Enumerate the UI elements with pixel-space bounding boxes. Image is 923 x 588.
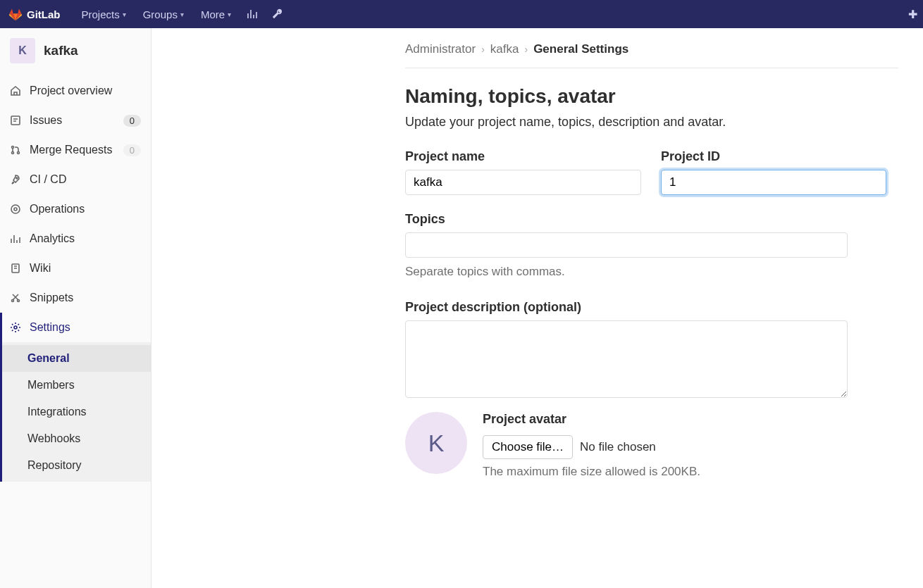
chart-icon xyxy=(247,8,258,20)
settings-submenu: General Members Integrations Webhooks Re… xyxy=(0,342,151,482)
avatar-hint: The maximum file size allowed is 200KB. xyxy=(483,465,700,479)
project-name-input[interactable] xyxy=(405,170,641,195)
chevron-down-icon: ▾ xyxy=(228,11,231,18)
subitem-repository[interactable]: Repository xyxy=(2,452,151,479)
svg-point-4 xyxy=(16,177,18,179)
rocket-icon xyxy=(10,174,21,185)
sidebar-item-cicd[interactable]: CI / CD xyxy=(0,165,151,194)
breadcrumb-current: General Settings xyxy=(533,42,628,56)
project-avatar-small: K xyxy=(10,38,35,63)
breadcrumb-owner[interactable]: Administrator xyxy=(405,42,476,56)
breadcrumb: Administrator › kafka › General Settings xyxy=(405,42,898,68)
subitem-integrations[interactable]: Integrations xyxy=(2,399,151,425)
project-header[interactable]: K kafka xyxy=(0,28,151,76)
sidebar-item-issues[interactable]: Issues 0 xyxy=(0,106,151,135)
subitem-general[interactable]: General xyxy=(2,345,151,372)
topics-hint: Separate topics with commas. xyxy=(405,265,898,279)
sidebar-item-wiki[interactable]: Wiki xyxy=(0,254,151,283)
choose-file-button[interactable]: Choose file… xyxy=(483,435,573,459)
gear-icon xyxy=(10,322,21,333)
breadcrumb-project[interactable]: kafka xyxy=(490,42,519,56)
nav-more[interactable]: More ▾ xyxy=(192,0,240,28)
subitem-members[interactable]: Members xyxy=(2,372,151,399)
svg-point-10 xyxy=(14,326,17,329)
wiki-icon xyxy=(10,263,21,274)
avatar-label: Project avatar xyxy=(483,412,700,427)
brand-text: GitLab xyxy=(27,8,61,20)
sidebar-item-analytics[interactable]: Analytics xyxy=(0,224,151,254)
section-description: Update your project name, topics, descri… xyxy=(405,115,898,130)
project-name-label: Project name xyxy=(405,149,641,164)
svg-rect-0 xyxy=(11,116,20,125)
nav-projects[interactable]: Projects ▾ xyxy=(73,0,135,28)
svg-point-2 xyxy=(12,152,14,154)
main-content: Administrator › kafka › General Settings… xyxy=(151,28,923,588)
project-id-label: Project ID xyxy=(661,149,886,164)
project-name: kafka xyxy=(44,43,78,58)
nav-groups[interactable]: Groups ▾ xyxy=(135,0,192,28)
svg-point-3 xyxy=(18,152,20,154)
top-navbar: GitLab Projects ▾ Groups ▾ More ▾ ✚ xyxy=(0,0,923,28)
description-input[interactable] xyxy=(405,320,848,398)
file-status-text: No file chosen xyxy=(580,440,656,454)
topics-label: Topics xyxy=(405,212,898,227)
issues-badge: 0 xyxy=(123,115,141,127)
topics-input[interactable] xyxy=(405,232,848,258)
home-icon xyxy=(10,85,21,96)
chevron-down-icon: ▾ xyxy=(123,11,126,18)
svg-point-5 xyxy=(11,205,20,213)
project-id-input[interactable] xyxy=(661,170,886,195)
admin-icon-button[interactable] xyxy=(265,0,290,28)
sidebar-item-operations[interactable]: Operations xyxy=(0,194,151,224)
mr-badge: 0 xyxy=(123,144,141,156)
sidebar-item-merge-requests[interactable]: Merge Requests 0 xyxy=(0,135,151,165)
ops-icon xyxy=(10,204,21,215)
subitem-webhooks[interactable]: Webhooks xyxy=(2,425,151,452)
gitlab-icon xyxy=(8,7,23,21)
description-label: Project description (optional) xyxy=(405,300,898,315)
sidebar-item-snippets[interactable]: Snippets xyxy=(0,283,151,313)
gitlab-logo[interactable]: GitLab xyxy=(8,7,61,21)
section-title: Naming, topics, avatar xyxy=(405,85,898,108)
merge-icon xyxy=(10,144,21,156)
plus-button[interactable]: ✚ xyxy=(908,8,917,21)
sidebar-item-overview[interactable]: Project overview xyxy=(0,76,151,106)
chevron-right-icon: › xyxy=(524,44,528,55)
sidebar: K kafka Project overview Issues 0 Merge … xyxy=(0,28,151,588)
chevron-down-icon: ▾ xyxy=(180,11,184,18)
issues-icon xyxy=(10,115,21,126)
wrench-icon xyxy=(272,8,283,20)
svg-point-6 xyxy=(14,208,17,211)
chevron-right-icon: › xyxy=(481,44,485,55)
sidebar-item-settings[interactable]: Settings xyxy=(0,313,151,342)
activity-icon-button[interactable] xyxy=(240,0,265,28)
svg-point-1 xyxy=(12,146,14,149)
snippets-icon xyxy=(10,292,21,304)
project-avatar-large: K xyxy=(405,412,467,474)
analytics-icon xyxy=(10,233,21,244)
